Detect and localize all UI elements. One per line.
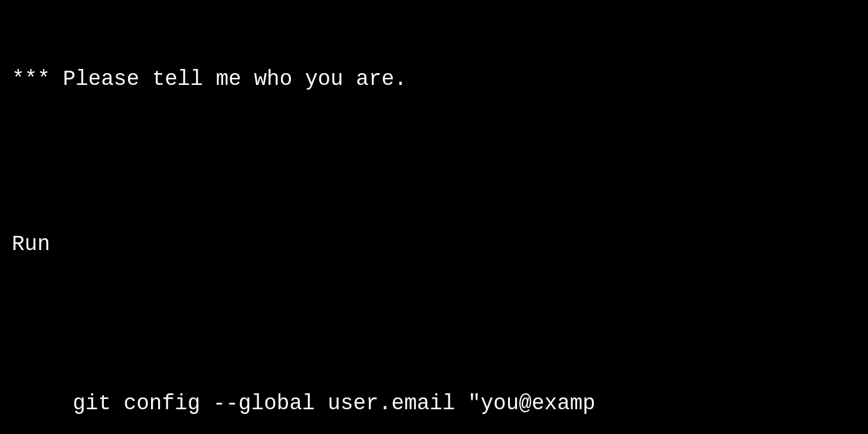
terminal-line-cmd1: git config --global user.email "you@exam… [12, 390, 856, 418]
terminal-line-run: Run [12, 231, 856, 259]
terminal-line-header: *** Please tell me who you are. [12, 66, 856, 94]
terminal-blank-1 [12, 149, 856, 170]
terminal-blank-2 [12, 314, 856, 335]
terminal-output: *** Please tell me who you are. Run git … [12, 11, 856, 434]
